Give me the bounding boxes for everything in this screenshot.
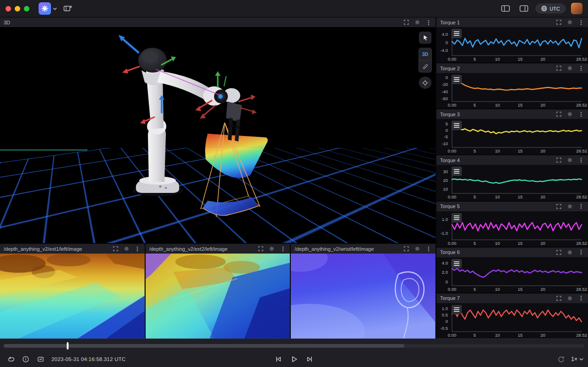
legend-toggle-button[interactable]: [452, 259, 462, 268]
3d-mode-button[interactable]: 3D: [419, 48, 431, 60]
skip-previous-button[interactable]: [272, 353, 285, 366]
timezone-button[interactable]: UTC: [536, 4, 565, 13]
depth-image-ext2[interactable]: [146, 254, 290, 339]
fullscreen-icon[interactable]: [403, 245, 410, 252]
more-menu-icon[interactable]: [577, 111, 584, 118]
panel-image-ext2: /depth_anything_v2/ext2/left/image: [145, 244, 290, 339]
torque-2-plot[interactable]: 0-20-40-600.00510152028.52: [436, 73, 588, 108]
fullscreen-icon[interactable]: [555, 157, 562, 164]
more-menu-icon[interactable]: [577, 203, 584, 210]
repeat-icon[interactable]: [554, 353, 567, 366]
loop-icon[interactable]: [5, 353, 17, 366]
legend-list-icon: [454, 215, 459, 220]
depth-image-wrist[interactable]: [291, 254, 435, 339]
skip-next-button[interactable]: [303, 353, 316, 366]
3d-viewport[interactable]: 3D: [0, 27, 435, 243]
play-button[interactable]: [288, 353, 300, 366]
more-menu-icon[interactable]: [279, 245, 286, 252]
plot-panel-torque-1: Torque 1 4.00-4.00.00510152028.52: [436, 17, 588, 62]
plot-panel-torque-4: Torque 4 3020100.00510152028.52: [436, 154, 588, 200]
panel-3d-header: 3D: [0, 17, 435, 27]
fullscreen-icon[interactable]: [112, 245, 119, 252]
settings-gear-icon[interactable]: [566, 65, 573, 72]
fullscreen-icon[interactable]: [257, 245, 264, 252]
playback-speed-button[interactable]: 1×: [571, 356, 583, 362]
torque-7-plot[interactable]: 1.00.50-0.50.00510152028.52: [436, 303, 588, 339]
settings-gear-icon[interactable]: [566, 19, 573, 26]
plot-panel-header: Torque 2: [436, 63, 588, 73]
plot-panel-torque-7: Torque 7 1.00.50-0.50.00510152028.52: [436, 293, 588, 339]
transport-controls: [272, 353, 316, 366]
legend-toggle-button[interactable]: [452, 167, 462, 176]
torque-5-plot[interactable]: 1.0-1.00.00510152028.52: [436, 211, 588, 247]
utc-label: UTC: [549, 6, 560, 11]
panel-title: Torque 4: [440, 158, 460, 163]
more-menu-icon[interactable]: [425, 245, 432, 252]
titlebar-right: UTC: [499, 3, 582, 15]
settings-gear-icon[interactable]: [123, 245, 130, 252]
panel-title: /depth_anything_v2/ext2/left/image: [149, 246, 228, 252]
fullscreen-icon[interactable]: [555, 203, 562, 210]
focus-target-icon[interactable]: [419, 77, 431, 89]
fullscreen-icon[interactable]: [555, 249, 562, 256]
legend-toggle-button[interactable]: [452, 121, 462, 130]
timeline-scrubber[interactable]: [4, 340, 584, 351]
legend-toggle-button[interactable]: [452, 305, 462, 314]
avatar[interactable]: [571, 3, 582, 14]
fullscreen-icon[interactable]: [555, 65, 562, 72]
panel-title: Torque 1: [440, 20, 460, 25]
more-menu-icon[interactable]: [577, 65, 584, 72]
info-icon[interactable]: [19, 353, 32, 366]
right-sidebar-toggle-icon[interactable]: [517, 3, 530, 15]
right-column: Torque 1 4.00-4.00.00510152028.52 Torque…: [435, 17, 588, 339]
plot-panel-header: Torque 1: [436, 17, 588, 27]
legend-list-icon: [454, 261, 459, 266]
traffic-lights: [6, 6, 29, 11]
plot-panel-header: Torque 6: [436, 248, 588, 257]
legend-toggle-button[interactable]: [452, 213, 462, 222]
playback-right-controls: 1×: [554, 353, 583, 366]
settings-gear-icon[interactable]: [566, 249, 573, 256]
more-menu-icon[interactable]: [577, 295, 584, 302]
settings-gear-icon[interactable]: [268, 245, 275, 252]
settings-gear-icon[interactable]: [414, 19, 421, 26]
depth-image-ext1[interactable]: [0, 254, 145, 339]
legend-toggle-button[interactable]: [452, 75, 462, 84]
speed-label: 1×: [571, 356, 577, 362]
view-mode-group: 3D: [418, 48, 432, 73]
more-menu-icon[interactable]: [425, 19, 432, 26]
panel-image-wrist: /depth_anything_v2/wrist/left/image: [290, 244, 435, 339]
panel-title: /depth_anything_v2/wrist/left/image: [294, 246, 373, 252]
timeline-loaded-range: [4, 344, 404, 348]
more-menu-icon[interactable]: [134, 245, 141, 252]
fullscreen-icon[interactable]: [555, 19, 562, 26]
fullscreen-icon[interactable]: [555, 295, 562, 302]
zoom-button[interactable]: [24, 6, 29, 11]
fullscreen-icon[interactable]: [403, 19, 410, 26]
close-button[interactable]: [6, 6, 11, 11]
more-menu-icon[interactable]: [577, 249, 584, 256]
fullscreen-icon[interactable]: [555, 111, 562, 118]
left-sidebar-toggle-icon[interactable]: [499, 3, 512, 15]
settings-gear-icon[interactable]: [566, 111, 573, 118]
measure-ruler-icon[interactable]: [419, 60, 431, 72]
torque-3-plot[interactable]: 50-5-100.00510152028.52: [436, 119, 588, 154]
torque-4-plot[interactable]: 3020100.00510152028.52: [436, 165, 588, 200]
frame-export-icon[interactable]: [34, 353, 47, 366]
app-menu-button[interactable]: [39, 2, 57, 15]
torque-6-plot[interactable]: 4.02.000.00510152028.52: [436, 257, 588, 293]
torque-1-plot[interactable]: 4.00-4.00.00510152028.52: [436, 27, 588, 62]
select-cursor-button[interactable]: [419, 32, 431, 44]
settings-gear-icon[interactable]: [566, 203, 573, 210]
panel-title: Torque 3: [440, 112, 460, 117]
settings-gear-icon[interactable]: [566, 295, 573, 302]
add-panel-button[interactable]: [62, 3, 74, 15]
settings-gear-icon[interactable]: [566, 157, 573, 164]
chevron-down-icon: [579, 358, 583, 361]
minimize-button[interactable]: [15, 6, 20, 11]
more-menu-icon[interactable]: [577, 19, 584, 26]
playhead[interactable]: [67, 342, 68, 350]
settings-gear-icon[interactable]: [414, 245, 421, 252]
more-menu-icon[interactable]: [577, 157, 584, 164]
legend-toggle-button[interactable]: [452, 29, 462, 38]
